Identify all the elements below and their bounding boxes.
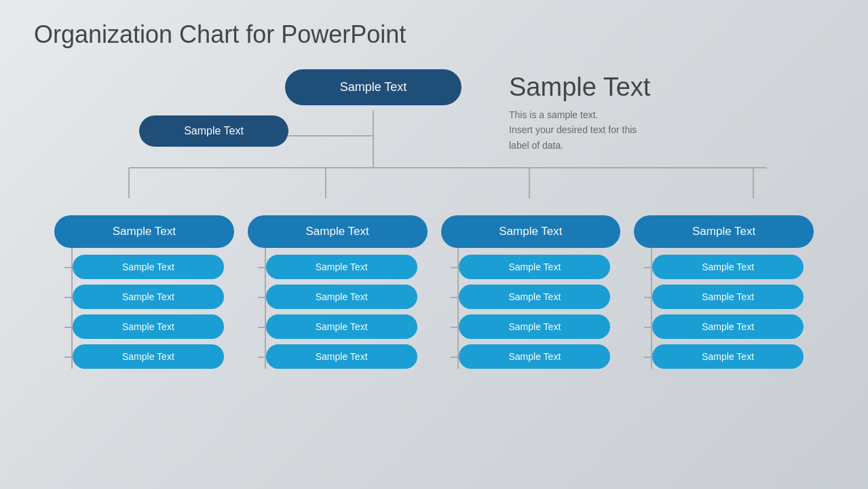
column-3-item-0[interactable]: Sample Text [652,255,804,279]
column-1-item-1[interactable]: Sample Text [266,285,417,309]
column-2-item-2[interactable]: Sample Text [459,314,610,339]
column-2-item-3[interactable]: Sample Text [459,344,610,369]
column-1-header[interactable]: Sample Text [248,215,428,248]
column-2-item-0[interactable]: Sample Text [459,255,610,279]
column-0-item-3[interactable]: Sample Text [73,344,224,369]
info-box: Sample Text This is a sample text.Insert… [509,73,740,153]
column-1-item-2[interactable]: Sample Text [266,314,417,339]
column-3: Sample TextSample TextSample TextSample … [634,215,814,369]
column-2: Sample TextSample TextSample TextSample … [441,215,621,369]
side-node-label: Sample Text [139,115,288,147]
top-node-label: Sample Text [285,69,461,105]
column-0-item-0[interactable]: Sample Text [73,255,224,279]
column-0-items: Sample TextSample TextSample TextSample … [71,248,224,369]
chart-area: Sample Text Sample Text Sample Text This… [34,62,834,463]
column-1-item-3[interactable]: Sample Text [266,344,417,369]
column-0: Sample TextSample TextSample TextSample … [54,215,234,369]
column-1-item-0[interactable]: Sample Text [266,255,417,279]
column-0-item-1[interactable]: Sample Text [73,285,224,309]
column-3-item-3[interactable]: Sample Text [652,344,804,369]
column-2-header[interactable]: Sample Text [441,215,621,248]
page-title: Organization Chart for PowerPoint [34,20,834,49]
column-0-header[interactable]: Sample Text [54,215,234,248]
column-0-item-2[interactable]: Sample Text [73,314,224,339]
column-3-item-2[interactable]: Sample Text [652,314,804,339]
side-node[interactable]: Sample Text [139,115,288,147]
column-1: Sample TextSample TextSample TextSample … [248,215,428,369]
column-3-items: Sample TextSample TextSample TextSample … [651,248,804,369]
columns-row: Sample TextSample TextSample TextSample … [54,215,814,369]
column-2-item-1[interactable]: Sample Text [459,285,610,309]
info-title: Sample Text [509,73,740,102]
top-node[interactable]: Sample Text [285,69,461,105]
column-2-items: Sample TextSample TextSample TextSample … [457,248,610,369]
column-3-item-1[interactable]: Sample Text [652,285,804,309]
info-description: This is a sample text.Insert your desire… [509,107,740,153]
column-3-header[interactable]: Sample Text [634,215,814,248]
column-1-items: Sample TextSample TextSample TextSample … [265,248,417,369]
slide: Organization Chart for PowerPoint Sample… [0,0,868,489]
